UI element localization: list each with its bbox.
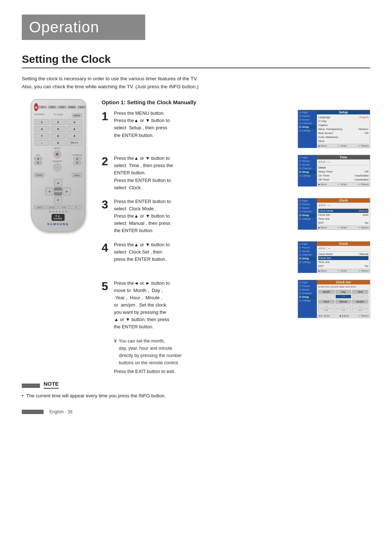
btn-dash[interactable]: – [34,140,49,146]
screen-body: Clock ModeManual Clock SetAuto Time one … [317,208,370,226]
step-1-row: 1 Press the MENU button. Press the▲ or ▼… [102,110,370,148]
dot-5 [62,211,64,212]
screen-sidebar: ⊡ Input ⊡ Picture ⊡ Sound ⊡ Channel ⊡ Se… [298,242,317,273]
screen-sidebar: ⊡ Input ⊡ Picture ⊡ Sound ⊡ Channel ⊡ Se… [298,198,317,230]
screen-main: Clock -/-/–/- : -- Clock Mode: Manual Cl… [317,242,370,273]
menu-clockmode: Clock Mode: Manual [318,252,368,256]
page-footer: English - 38 [22,409,370,414]
sidebar-sound: ⊡ Sound [299,118,316,122]
clockset-screen: ⊡ Input ⊡ Picture ⊡ Sound ⊡ Channel ⊡ Se… [298,280,370,318]
vol-down[interactable]: ▼ [34,161,42,165]
dpad-right[interactable]: ► [63,187,71,195]
btn-5[interactable]: 5 [50,126,66,132]
btn-4[interactable]: 4 [34,126,49,132]
extra-1: * * [318,309,335,313]
hour-header: Hour [318,300,335,304]
menu-dst: DST: No [318,264,368,268]
year-header: Year [352,290,368,294]
source-button[interactable]: ↑ [53,163,61,171]
section-title: Setting the Clock [22,53,370,68]
mute-button[interactable]: 🔇 [53,150,61,158]
ch-down[interactable]: ▼ [73,161,81,165]
menu-ontimer: On Timer: Inactivated [318,174,368,178]
tvguide-label: TV Guide [54,113,63,118]
channel-btn[interactable]: channel [34,173,44,177]
month-header: Month [318,290,335,294]
screen-main: Clock Set Enter the current date and tim… [317,280,370,318]
menu-clock: Clock [318,166,368,170]
header-band: Operation [22,15,370,40]
power-button[interactable]: ⏻ [34,103,38,111]
vol-ch-row: VOL ▲ ▼ MUTE 🔇 SOURCE ↑ CH/PAGE ▲ ▼ [34,147,82,171]
menu-more: More [318,139,368,143]
menu-clockset: Clock SetAuto [318,213,368,217]
tv-button[interactable]: TV [38,106,47,109]
sidebar-picture: ⊡ Picture [299,159,316,163]
sidebar-sound: ⊡ Sound [299,206,316,210]
sidebar-channel: ⊡ Channel [299,122,316,125]
sidebar-channel: ⊡ Channel [299,167,316,170]
clock1-screen: ⊡ Input ⊡ Picture ⊡ Sound ⊡ Channel ⊡ Se… [298,198,370,230]
yen-symbol: ¥ [114,337,117,366]
menu-timeone: Time one [318,260,368,264]
ff-btn[interactable]: FF [71,206,82,209]
dpad-down[interactable]: ▼ [54,196,62,204]
extra-3: * * [352,309,368,313]
clock-set-header: Clock Set [317,280,370,284]
screen-time-value: -/-/–/- : -- [317,246,370,251]
steps-column: Option 1: Setting the Clock Manually 1 P… [102,99,370,374]
favchl-btn[interactable]: FAV.CH [34,206,46,209]
screen-footer: ◆ Move↵ Enter↩ Return [317,226,370,230]
sidebar-listings: ⊡ Listings [299,129,316,133]
menu-clockset-selected: Clock Set [318,256,368,260]
menu-btn[interactable]: MENU [72,173,82,177]
ch-label: CH/PAGE [72,154,82,156]
screen-layout: ⊡ Input ⊡ Picture ⊡ Sound ⊡ Channel ⊡ Se… [298,110,370,148]
btn-3[interactable]: 3 [67,119,82,125]
step-3-text: Press the ENTER button to select Clock M… [114,198,294,235]
btn-7[interactable]: 7 [34,133,49,139]
minute-header: Minute [335,300,352,304]
samsung-brand: SAMSUNG [34,222,82,226]
sidebar-channel: ⊡ Channel [299,253,316,257]
extra-2: * * [335,309,352,313]
remote-control: ⏻ TV STB VCR CABLE DVD ANTENNA TV Guide … [31,99,85,232]
btn-prech[interactable]: PRE-CH [67,140,82,146]
stb-button[interactable]: STB [48,106,57,109]
dot-1 [49,211,51,212]
sidebar-setup-active: ⊡ Setup [299,257,316,260]
btn-8[interactable]: 8 [50,133,66,139]
intro-text: Setting the clock is necessary in order … [22,75,370,90]
dpad-up[interactable]: ▲ [54,179,62,187]
sidebar-input: ⊡ Input [299,242,316,246]
sidebar-sound: ⊡ Sound [299,163,316,167]
vol-label: VOL [36,154,40,156]
btn-9[interactable]: 9 [67,133,82,139]
step-5-text: Press the◄ or ► button to move to Month … [114,280,294,331]
dpad-empty-br [63,196,71,204]
dnet-btn[interactable]: D-Net [58,206,70,209]
menu-offtimer: Off Timer: Inactivated [318,178,368,182]
vol-up[interactable]: ▲ [34,157,42,161]
dvd-button[interactable]: DVD [77,106,86,109]
ch-up[interactable]: ▲ [73,157,81,161]
btn-6[interactable]: 6 [67,126,82,132]
exit-note: Press the EXIT button to exit. [102,369,370,374]
minute-value: - - [335,304,352,308]
cable-button[interactable]: CABLE [68,106,76,109]
btn-0[interactable]: 0 [50,140,66,146]
mode-button[interactable]: MODE [72,113,82,118]
btn-2[interactable]: 2 [50,119,66,125]
screen-footer: ◆ Move↵ Enter↩ Return [317,182,370,186]
chlist-btn[interactable]: CH.LIST [46,206,58,209]
dpad-left[interactable]: ◄ [45,187,53,195]
menu-row: channel MENU [34,173,82,177]
step-5-screen: ⊡ Input ⊡ Picture ⊡ Sound ⊡ Channel ⊡ Se… [298,280,370,318]
sidebar-picture: ⊡ Picture [299,203,316,206]
btn-1[interactable]: 1 [34,119,49,125]
menu-caption: Caption [318,123,368,127]
date-headers: Month Day Year [318,290,368,294]
dpad-enter[interactable]: ENTER [54,187,62,195]
vcr-button[interactable]: VCR [58,106,66,109]
numpad: 1 2 3 4 5 6 7 8 9 – 0 PRE-CH [34,119,82,146]
